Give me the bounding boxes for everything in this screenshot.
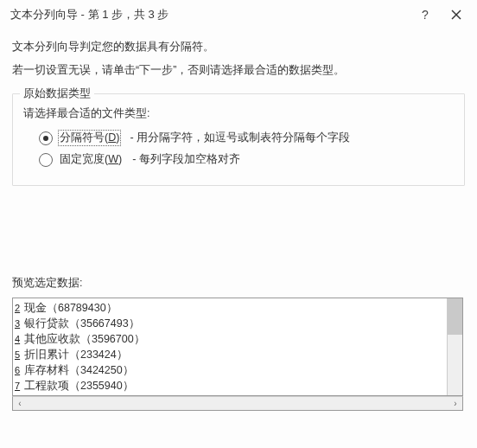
row-number: 6 [15, 362, 23, 378]
radio-fixed-width-desc: - 每列字段加空格对齐 [132, 152, 240, 167]
scrollbar-thumb[interactable] [448, 298, 462, 335]
row-text: 其他应收款（3596700） [24, 331, 145, 347]
row-number: 4 [15, 331, 23, 347]
intro-line-1: 文本分列向导判定您的数据具有分隔符。 [12, 40, 465, 54]
row-text: 库存材料（3424250） [24, 362, 134, 378]
radio-fixed-width-indicator [39, 153, 53, 167]
row-text: 银行贷款（35667493） [24, 316, 140, 331]
close-icon [451, 10, 461, 20]
intro-line-2: 若一切设置无误，请单击“下一步”，否则请选择最合适的数据类型。 [12, 63, 465, 78]
window-title: 文本分列向导 - 第 1 步，共 3 步 [10, 7, 410, 22]
file-type-prompt: 请选择最合适的文件类型: [23, 106, 454, 121]
row-number: 7 [15, 378, 23, 394]
radio-fixed-width-label: 固定宽度(W) [58, 151, 124, 168]
original-data-type-group: 原始数据类型 请选择最合适的文件类型: 分隔符号(D) - 用分隔字符，如逗号或… [12, 93, 465, 186]
preview-row: 7工程款项（2355940） [15, 378, 447, 394]
radio-fixed-width[interactable]: 固定宽度(W) - 每列字段加空格对齐 [39, 151, 454, 168]
row-text: 现金（68789430） [24, 300, 118, 316]
dialog-body: 文本分列向导判定您的数据具有分隔符。 若一切设置无误，请单击“下一步”，否则请选… [0, 29, 477, 411]
preview-row: 5折旧累计（233424） [15, 347, 447, 362]
scroll-left-arrow-icon[interactable]: ‹ [13, 397, 27, 410]
close-button[interactable] [441, 5, 472, 24]
preview-area: 2现金（68789430） 3银行贷款（35667493） 4其他应收款（359… [12, 298, 463, 411]
preview-box: 2现金（68789430） 3银行贷款（35667493） 4其他应收款（359… [12, 298, 463, 396]
preview-row: 2现金（68789430） [15, 300, 447, 316]
radio-delimited-desc: - 用分隔字符，如逗号或制表符分隔每个字段 [130, 131, 350, 145]
help-button[interactable]: ? [410, 5, 441, 24]
preview-row: 4其他应收款（3596700） [15, 331, 447, 347]
group-legend: 原始数据类型 [20, 86, 94, 101]
row-number: 3 [15, 316, 23, 331]
preview-row: 6库存材料（3424250） [15, 362, 447, 378]
radio-dot-icon [43, 136, 48, 141]
horizontal-scrollbar[interactable]: ‹ › [12, 396, 463, 411]
radio-delimited-label: 分隔符号(D) [58, 130, 121, 146]
row-text: 折旧累计（233424） [24, 347, 128, 362]
scroll-right-arrow-icon[interactable]: › [448, 397, 462, 410]
preview-content: 2现金（68789430） 3银行贷款（35667493） 4其他应收款（359… [13, 298, 447, 395]
radio-delimited[interactable]: 分隔符号(D) - 用分隔字符，如逗号或制表符分隔每个字段 [39, 130, 454, 146]
radio-delimited-indicator [39, 131, 53, 145]
titlebar: 文本分列向导 - 第 1 步，共 3 步 ? [0, 0, 477, 29]
vertical-scrollbar[interactable] [447, 298, 462, 395]
row-text: 工程款项（2355940） [24, 378, 134, 394]
row-number: 5 [15, 347, 23, 362]
preview-label: 预览选定数据: [12, 276, 465, 291]
preview-row: 3银行贷款（35667493） [15, 316, 447, 331]
spacer [12, 198, 465, 276]
row-number: 2 [15, 300, 23, 316]
